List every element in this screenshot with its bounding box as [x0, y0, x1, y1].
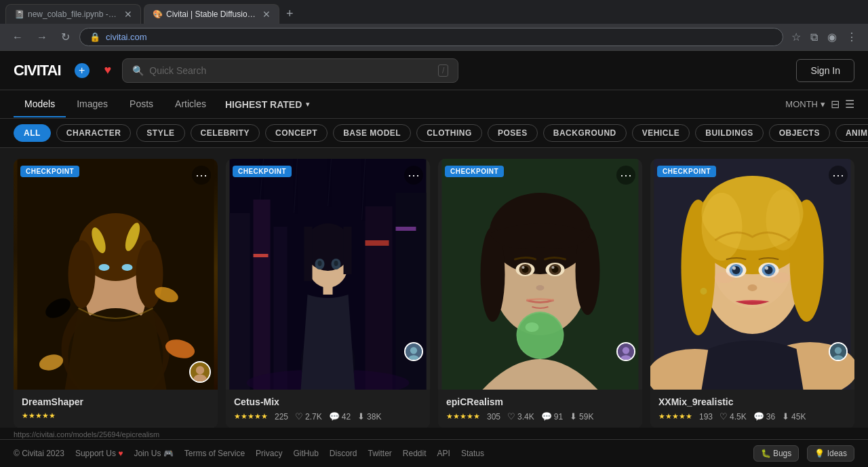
cat-animal[interactable]: ANIMAL	[835, 124, 868, 142]
footer-twitter[interactable]: Twitter	[368, 449, 392, 458]
model-card-dreamshaper[interactable]: CHECKPOINT ⋯ DreamShaper ★★★★★	[14, 159, 218, 428]
card-info-epic: epiCRealism ★★★★★ 305 ♡ 3.4K 💬 91 ⬇ 59K	[438, 390, 642, 428]
period-caret-icon: ▾	[821, 99, 825, 109]
card-menu-epic[interactable]: ⋯	[616, 166, 635, 185]
model-card-xxmix[interactable]: CHECKPOINT ⋯ XXMix_9realistic ★★★★★ 193 …	[650, 159, 854, 428]
tab-favicon-colab: 📓	[14, 10, 24, 19]
search-shortcut: /	[438, 64, 448, 77]
layout-icon[interactable]: ☰	[845, 98, 854, 111]
card-name-xxmix: XXMix_9realistic	[658, 396, 846, 407]
search-bar[interactable]: 🔍 Quick Search /	[122, 58, 458, 83]
card-comments-xxmix: 💬 36	[753, 411, 775, 422]
heart-icon: ♡	[295, 411, 303, 422]
cat-buildings[interactable]: BUILDINGS	[695, 124, 764, 142]
svg-point-88	[732, 267, 736, 270]
footer-github[interactable]: GitHub	[293, 449, 318, 458]
forward-button[interactable]: →	[33, 29, 52, 46]
card-menu-xxmix[interactable]: ⋯	[829, 166, 848, 185]
svg-rect-38	[304, 227, 313, 281]
cat-style[interactable]: STYLE	[136, 124, 184, 142]
cat-objects[interactable]: OBJECTS	[769, 124, 830, 142]
card-stats-xxmix: ★★★★★ 193 ♡ 4.5K 💬 36 ⬇ 45K	[658, 411, 846, 422]
browser-nav-icons: ☆ ⧉ ◉ ⋮	[789, 28, 860, 46]
svg-point-95	[835, 347, 842, 354]
reload-button[interactable]: ↻	[57, 28, 74, 46]
footer-privacy[interactable]: Privacy	[256, 449, 282, 458]
new-tab-button[interactable]: +	[282, 7, 298, 21]
menu-icon[interactable]: ⋮	[844, 28, 860, 46]
tab-models[interactable]: Models	[14, 92, 66, 117]
ideas-button[interactable]: 💡 Ideas	[807, 445, 854, 462]
support-heart-icon: ♥	[118, 449, 123, 458]
cat-vehicle[interactable]: VEHICLE	[632, 124, 690, 142]
footer-join[interactable]: Join Us 🎮	[134, 449, 173, 458]
footer-status[interactable]: Status	[461, 449, 484, 458]
svg-rect-28	[254, 254, 269, 257]
svg-point-6	[68, 240, 96, 308]
cat-concept[interactable]: CONCEPT	[265, 124, 328, 142]
tab-title-colab: new_colab_file.ipynb - Collabora...	[28, 10, 117, 19]
profile-icon[interactable]: ◉	[825, 28, 840, 46]
sign-in-button[interactable]: Sign In	[796, 59, 854, 82]
app-logo: CIVITAI	[14, 62, 61, 79]
card-avatar-xxmix	[829, 342, 848, 361]
tab-close-colab[interactable]: ✕	[124, 9, 132, 20]
tab-posts[interactable]: Posts	[119, 92, 164, 117]
card-menu-cetus[interactable]: ⋯	[404, 166, 423, 185]
tab-colab[interactable]: 📓 new_colab_file.ipynb - Collabora... ✕	[5, 4, 141, 24]
status-url: https://civitai.com/models/25694/epicrea…	[14, 430, 159, 438]
address-search-icon: 🔒	[90, 32, 100, 42]
card-downloads-epic: ⬇ 59K	[570, 411, 593, 422]
address-bar[interactable]: 🔒 civitai.com	[79, 28, 783, 46]
cat-all[interactable]: ALL	[14, 124, 51, 142]
card-info-dreamshaper: DreamShaper ★★★★★	[14, 390, 218, 427]
card-likes-xxmix: ♡ 4.5K	[719, 411, 747, 422]
tab-close-civitai[interactable]: ✕	[262, 9, 271, 20]
tab-images[interactable]: Images	[66, 92, 119, 117]
tab-articles[interactable]: Articles	[164, 92, 217, 117]
svg-rect-26	[366, 240, 389, 246]
svg-point-91	[701, 288, 707, 295]
cat-character[interactable]: CHARACTER	[56, 124, 132, 142]
cat-base-model[interactable]: BASE MODEL	[333, 124, 411, 142]
logo-plus-button[interactable]: +	[75, 63, 90, 78]
card-stats-epic: ★★★★★ 305 ♡ 3.4K 💬 91 ⬇ 59K	[446, 411, 634, 422]
bugs-button[interactable]: 🐛 Bugs	[753, 445, 800, 462]
card-comments-epic: 💬 91	[541, 411, 563, 422]
svg-point-81	[766, 189, 800, 250]
address-text: civitai.com	[106, 32, 773, 42]
svg-point-93	[770, 272, 791, 283]
logo-heart-icon[interactable]: ♥	[104, 63, 112, 77]
download-icon-epic: ⬇	[570, 411, 577, 422]
card-menu-dreamshaper[interactable]: ⋯	[192, 166, 211, 185]
card-stats-cetus: ★★★★★ 225 ♡ 2.7K 💬 42 ⬇ 38K	[234, 411, 422, 422]
period-selector[interactable]: MONTH ▾	[785, 99, 825, 109]
filter-dropdown[interactable]: HIGHEST RATED ▾	[217, 94, 317, 115]
cat-poses[interactable]: POSES	[488, 124, 538, 142]
bookmark-icon[interactable]: ☆	[789, 28, 804, 46]
card-stars-xxmix: ★★★★★	[658, 412, 692, 421]
svg-rect-39	[344, 227, 352, 274]
cat-background[interactable]: BACKGROUND	[543, 124, 627, 142]
search-icon: 🔍	[132, 65, 144, 76]
cat-celebrity[interactable]: CELEBRITY	[191, 124, 260, 142]
tab-civitai[interactable]: 🎨 Civitai | Stable Diffusion models... ✕	[144, 4, 279, 24]
svg-point-43	[334, 261, 338, 266]
svg-point-60	[522, 266, 525, 269]
download-icon: ⬇	[357, 411, 365, 422]
footer-tos[interactable]: Terms of Service	[184, 449, 245, 458]
svg-point-61	[552, 266, 555, 269]
footer-discord[interactable]: Discord	[330, 449, 357, 458]
footer-reddit[interactable]: Reddit	[403, 449, 427, 458]
model-card-cetus-mix[interactable]: CHECKPOINT ⋯ Cetus-Mix ★★★★★ 225 ♡ 2.7K …	[226, 159, 430, 428]
model-card-epicrealism[interactable]: CHECKPOINT ⋯ epiCRealism ★★★★★ 305 ♡ 3.4…	[438, 159, 642, 428]
card-likes-epic: ♡ 3.4K	[507, 411, 534, 422]
model-grid: CHECKPOINT ⋯ DreamShaper ★★★★★	[0, 148, 868, 439]
extensions-icon[interactable]: ⧉	[808, 29, 821, 46]
card-stars-cetus: ★★★★★	[234, 412, 268, 421]
footer-api[interactable]: API	[437, 449, 450, 458]
cat-clothing[interactable]: CLOTHING	[416, 124, 482, 142]
footer-support[interactable]: Support Us ♥	[75, 449, 123, 458]
back-button[interactable]: ←	[8, 29, 27, 46]
filter-settings-icon[interactable]: ⊟	[831, 98, 840, 111]
